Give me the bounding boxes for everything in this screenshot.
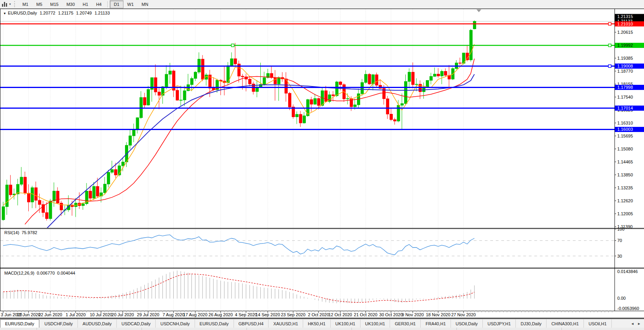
rsi-value: 75.9782 [22, 230, 37, 235]
tab-usdchf-daily[interactable]: USDCHF,Daily [40, 319, 78, 328]
candle-body [296, 114, 298, 117]
pane-separator[interactable] [0, 268, 644, 269]
tab-eurusd-daily[interactable]: EURUSD,Daily [195, 319, 234, 328]
price-axis-label: 1.12005 [617, 211, 633, 216]
candle-body [444, 72, 447, 75]
candle-body [129, 136, 132, 145]
tab-ger30-h1[interactable]: GER30,H1 [390, 319, 421, 328]
tab-usoil-daily[interactable]: USOil,Daily [451, 319, 483, 328]
tab-hk50-h1[interactable]: HK50,H1 [303, 319, 331, 328]
candle-body [190, 79, 193, 85]
chart-symbol-period: EURUSD,Daily [8, 11, 37, 15]
timeframe-button-h1[interactable]: H1 [79, 0, 92, 8]
price-axis-label: 1.12620 [617, 198, 633, 203]
candle-body [89, 191, 92, 198]
tab-audusd-daily[interactable]: AUDUSD,Daily [78, 319, 117, 328]
tab-china300-h1[interactable]: CHINA300,H1 [546, 319, 584, 328]
time-axis-label: 18 Nov 2020 [426, 312, 450, 317]
chart-tabs: EURUSD,DailyUSDCHF,DailyAUDUSD,DailyUSDC… [0, 319, 644, 328]
tab-dj30-daily[interactable]: DJ30,Daily [516, 319, 546, 328]
bar-chart-icon[interactable] [2, 2, 7, 7]
candle-body [49, 201, 52, 219]
candle-body [121, 162, 124, 166]
candle-body [169, 71, 171, 74]
tab-uk100-h1[interactable]: UK100,H1 [331, 319, 361, 328]
candle-body [147, 90, 150, 105]
price-label-text: 1.17014 [617, 106, 633, 110]
price-axis-label: 1.11390 [617, 224, 633, 229]
macd-caption: MACD(12,26,9)0.0067700.004044 [4, 271, 75, 275]
candle-body [6, 185, 8, 207]
time-axis-label: 29 Jul 2020 [137, 312, 159, 317]
macd-scale-label: 0.0143846 [617, 269, 638, 274]
time-axis-label: 27 Nov 2020 [451, 312, 476, 317]
line-handle[interactable] [609, 22, 611, 25]
price-label-text: 1.17998 [617, 85, 633, 90]
tab-eurusd-daily[interactable]: EURUSD,Daily [0, 319, 39, 328]
line-handle[interactable] [609, 65, 611, 68]
time-axis-label: 20 Jul 2020 [112, 312, 134, 317]
candle-body [325, 91, 328, 101]
pane-separator[interactable] [0, 228, 644, 229]
candle-body [20, 177, 23, 184]
timeframe-button-m15[interactable]: M15 [46, 0, 63, 8]
tab-usdjpy-h1[interactable]: USDJPY,H1 [483, 319, 516, 328]
line-handle[interactable] [609, 44, 611, 47]
chart-canvas[interactable]: 10070300.01438460.00-0.00539603 Jun 2020… [0, 9, 644, 319]
candle-body [38, 200, 41, 205]
candle-body [390, 114, 393, 119]
candle-body [375, 75, 378, 85]
tab-xauusd-h1[interactable]: XAUUSD,H1 [269, 319, 303, 328]
candle-body [353, 105, 356, 107]
candle-body [241, 76, 244, 77]
candle-body [24, 177, 26, 193]
candle-body [412, 72, 414, 85]
tab-fra40-h1[interactable]: FRA40,H1 [421, 319, 451, 328]
candle-body [361, 82, 364, 94]
timeframe-button-h4[interactable]: H4 [92, 0, 105, 8]
toolbar-grip[interactable] [14, 1, 16, 7]
candle-body [230, 59, 233, 66]
chevron-down-icon[interactable]: ▼ [9, 3, 11, 6]
timeframe-button-m1[interactable]: M1 [18, 0, 32, 8]
candle-body [473, 21, 476, 29]
scroll-right-icon[interactable]: ► [637, 322, 641, 326]
scroll-left-icon[interactable]: ◄ [631, 322, 634, 326]
timeframe-button-m30[interactable]: M30 [63, 0, 79, 8]
candle-body [263, 78, 266, 84]
candle-body [107, 172, 110, 184]
timeframe-button-w1[interactable]: W1 [123, 0, 138, 8]
timeframe-button-m5[interactable]: M5 [32, 0, 46, 8]
tab-usdcnh-daily[interactable]: USDCNH,Daily [156, 319, 195, 328]
timeframe-button-d1[interactable]: D1 [110, 0, 123, 8]
line-handle[interactable] [232, 44, 234, 47]
candle-body [201, 59, 204, 79]
candle-body [9, 185, 12, 195]
time-axis-label: 17 Aug 2020 [183, 312, 208, 317]
timeframe-button-mn[interactable]: MN [138, 0, 152, 8]
time-axis-label: 7 Aug 2020 [163, 312, 185, 317]
time-axis-label: 2 Oct 2020 [308, 312, 329, 317]
tab-gbpusd-h4[interactable]: GBPUSD,H4 [234, 319, 269, 328]
tab-uk100-h1[interactable]: UK100,H1 [361, 319, 390, 328]
price-axis-label: 1.20615 [617, 30, 633, 35]
candle-body [194, 72, 197, 79]
time-axis-label: 12 Jun 2020 [17, 312, 40, 317]
time-axis-label: 30 Oct 2020 [379, 312, 403, 317]
tab-usoil-h1[interactable]: USOil,H1 [584, 319, 612, 328]
price-axis-label: 1.17540 [617, 95, 633, 99]
candle-body [314, 99, 316, 104]
time-axis-label: 9 Nov 2020 [402, 312, 424, 317]
candle-body [346, 99, 349, 99]
tab-usdcad-daily[interactable]: USDCAD,Daily [117, 319, 156, 328]
candle-body [278, 77, 280, 84]
ohlc-close: 1.21133 [94, 11, 110, 15]
collapse-icon[interactable]: ▼ [3, 12, 6, 15]
candle-body [111, 170, 114, 172]
candle-body [132, 130, 135, 136]
macd-signal-value: 0.004044 [57, 271, 75, 275]
candle-body [433, 74, 436, 77]
toolbar: ▼ M1M5M15M30H1H4D1W1MN [0, 0, 644, 9]
candle-body [56, 191, 59, 203]
trading-terminal: ▼ M1M5M15M30H1H4D1W1MN 10070300.01438460… [0, 0, 644, 330]
